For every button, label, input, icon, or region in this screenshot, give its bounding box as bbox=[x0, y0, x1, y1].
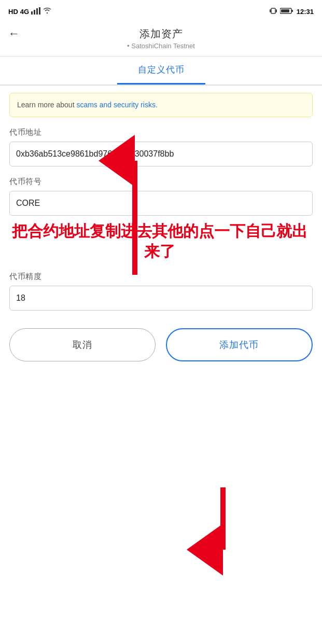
annotation-text: 把合约地址复制进去其他的点一下自己就出来了 bbox=[9, 221, 310, 261]
network-label: HD bbox=[8, 8, 18, 16]
warning-text: Learn more about bbox=[17, 101, 76, 109]
token-address-input[interactable] bbox=[9, 142, 313, 166]
token-decimals-input[interactable] bbox=[9, 286, 313, 311]
svg-rect-9 bbox=[281, 9, 289, 12]
time-display: 12:31 bbox=[297, 8, 314, 16]
token-address-label: 代币地址 bbox=[9, 128, 313, 137]
svg-rect-6 bbox=[276, 9, 277, 12]
svg-rect-1 bbox=[34, 10, 35, 15]
status-left: HD 4G bbox=[8, 7, 52, 16]
wifi-icon bbox=[43, 7, 52, 16]
status-bar: HD 4G 12:31 bbox=[0, 0, 322, 23]
svg-rect-4 bbox=[271, 8, 275, 13]
token-decimals-label: 代币精度 bbox=[9, 272, 313, 282]
token-symbol-label: 代币符号 bbox=[9, 177, 313, 187]
warning-box: Learn more about scams and security risk… bbox=[9, 93, 313, 117]
page-title: 添加资产 bbox=[139, 27, 183, 41]
form-section: 代币地址 代币符号 bbox=[0, 128, 322, 216]
token-symbol-input[interactable] bbox=[9, 191, 313, 216]
svg-rect-3 bbox=[39, 7, 40, 15]
svg-rect-5 bbox=[270, 9, 271, 12]
svg-rect-0 bbox=[31, 11, 33, 15]
vibrate-icon bbox=[270, 7, 277, 16]
page-header: ← 添加资产 SatoshiChain Testnet bbox=[0, 23, 322, 57]
tab-bar: 自定义代币 bbox=[0, 57, 322, 86]
battery-icon bbox=[280, 7, 293, 16]
status-right: 12:31 bbox=[270, 7, 314, 16]
add-token-button[interactable]: 添加代币 bbox=[166, 328, 313, 361]
back-button[interactable]: ← bbox=[8, 27, 20, 40]
svg-rect-8 bbox=[291, 10, 293, 12]
warning-link[interactable]: scams and security risks. bbox=[76, 101, 157, 109]
bars-icon bbox=[31, 7, 40, 16]
bottom-buttons: 取消 添加代币 bbox=[0, 316, 322, 377]
form-section-2: 代币精度 bbox=[0, 272, 322, 311]
tab-custom-token[interactable]: 自定义代币 bbox=[117, 57, 205, 85]
svg-rect-2 bbox=[36, 8, 38, 15]
cancel-button[interactable]: 取消 bbox=[9, 328, 156, 361]
network-subtitle: SatoshiChain Testnet bbox=[127, 42, 195, 50]
signal-icon: 4G bbox=[20, 8, 29, 16]
